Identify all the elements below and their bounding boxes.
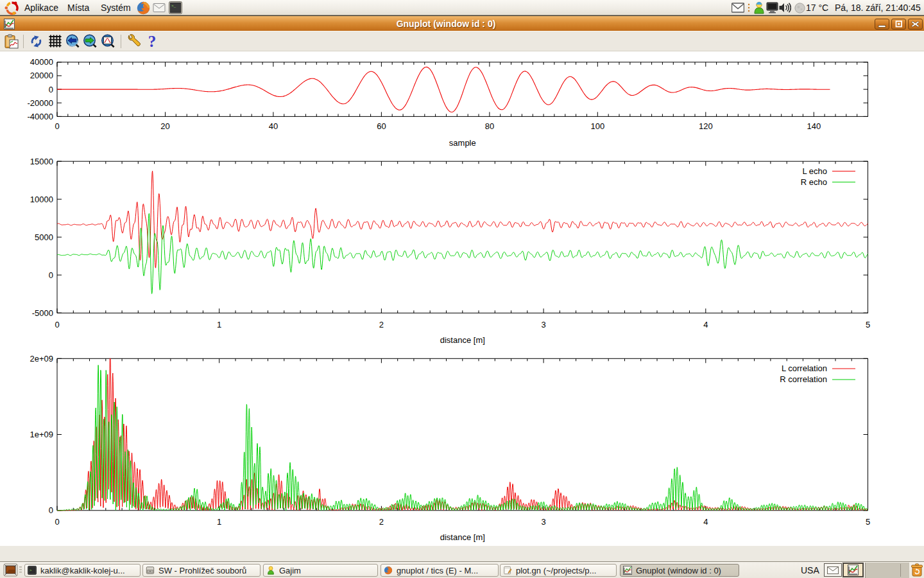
svg-text:>_: >_ — [171, 4, 176, 8]
svg-text:-20000: -20000 — [28, 98, 53, 108]
svg-text:1: 1 — [217, 517, 221, 527]
svg-text:20000: 20000 — [30, 71, 53, 80]
svg-text:1e+09: 1e+09 — [30, 430, 53, 439]
svg-text:?: ? — [148, 34, 157, 49]
svg-text:15000: 15000 — [30, 157, 53, 166]
svg-text:140: 140 — [807, 121, 821, 131]
svg-text:120: 120 — [699, 121, 713, 131]
svg-text:60: 60 — [377, 121, 386, 131]
svg-text:L echo: L echo — [802, 166, 827, 176]
svg-text:3: 3 — [541, 517, 545, 527]
svg-text:0: 0 — [55, 517, 59, 527]
svg-text:40: 40 — [269, 121, 278, 131]
svg-text:20: 20 — [160, 121, 169, 131]
svg-text:3: 3 — [541, 320, 545, 329]
svg-text:-40000: -40000 — [28, 112, 53, 121]
svg-text:0: 0 — [49, 85, 53, 94]
svg-text:L correlation: L correlation — [782, 363, 827, 373]
svg-text:0: 0 — [49, 270, 53, 280]
svg-text:2: 2 — [379, 320, 384, 329]
svg-text:2: 2 — [379, 517, 384, 527]
svg-text:2e+09: 2e+09 — [30, 354, 53, 363]
svg-text:5: 5 — [866, 320, 870, 329]
svg-text:100: 100 — [590, 121, 604, 131]
svg-text:5: 5 — [866, 517, 870, 527]
svg-text:>: > — [30, 568, 32, 573]
svg-text:40000: 40000 — [30, 57, 53, 67]
svg-text:0: 0 — [55, 121, 59, 131]
svg-text:-5000: -5000 — [32, 308, 53, 318]
svg-text:0: 0 — [55, 320, 59, 329]
svg-text:80: 80 — [485, 121, 494, 131]
svg-text:sample: sample — [449, 138, 476, 148]
svg-text:0: 0 — [49, 505, 53, 515]
svg-text:4: 4 — [703, 320, 708, 329]
svg-text:5000: 5000 — [35, 232, 53, 242]
svg-text:R correlation: R correlation — [780, 374, 827, 384]
svg-text:1: 1 — [217, 320, 221, 329]
svg-text:R echo: R echo — [801, 177, 827, 187]
svg-text:10000: 10000 — [30, 195, 53, 204]
svg-text:4: 4 — [703, 517, 708, 527]
svg-text:distance [m]: distance [m] — [440, 335, 485, 345]
svg-text:distance [m]: distance [m] — [440, 532, 485, 542]
